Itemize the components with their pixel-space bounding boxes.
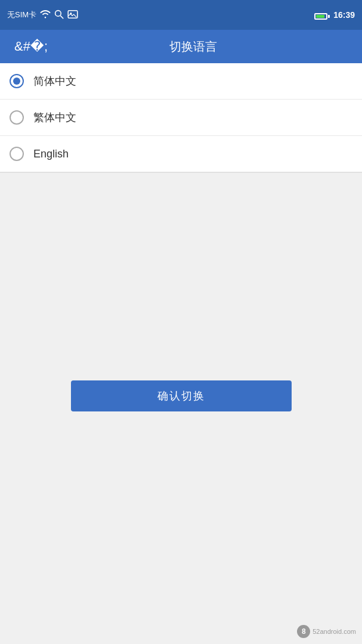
watermark: 8 52android.com — [297, 625, 356, 638]
status-bar: 无SIM卡 — [0, 0, 362, 30]
language-item-simplified[interactable]: 简体中文 — [0, 63, 362, 100]
watermark-text: 52android.com — [313, 628, 356, 635]
language-label-traditional: 繁体中文 — [33, 110, 76, 125]
language-list: 简体中文 繁体中文 English — [0, 63, 362, 173]
content-area: 简体中文 繁体中文 English 确认切换 8 52android.com — [0, 63, 362, 644]
confirm-button-wrapper: 确认切换 — [71, 380, 292, 411]
language-item-traditional[interactable]: 繁体中文 — [0, 100, 362, 136]
language-label-english: English — [33, 148, 69, 160]
svg-line-1 — [61, 16, 64, 18]
watermark-icon: 8 — [297, 625, 310, 638]
radio-simplified[interactable] — [10, 74, 24, 88]
time-label: 16:39 — [333, 10, 355, 20]
radio-english[interactable] — [10, 147, 24, 161]
page-title: 切换语言 — [57, 39, 329, 55]
svg-point-0 — [55, 10, 61, 16]
image-icon — [67, 10, 78, 20]
status-bar-left: 无SIM卡 — [7, 10, 78, 21]
language-item-english[interactable]: English — [0, 136, 362, 172]
carrier-label: 无SIM卡 — [7, 10, 36, 20]
back-button[interactable]: &#�; — [10, 34, 52, 59]
nav-bar: &#�; 切换语言 — [0, 30, 362, 63]
radio-traditional[interactable] — [10, 110, 24, 125]
wifi-icon — [40, 10, 51, 20]
status-bar-right: 16:39 — [314, 10, 355, 20]
search-icon — [54, 10, 64, 21]
confirm-button[interactable]: 确认切换 — [71, 380, 292, 411]
battery-icon — [314, 10, 330, 20]
language-label-simplified: 简体中文 — [33, 74, 76, 88]
